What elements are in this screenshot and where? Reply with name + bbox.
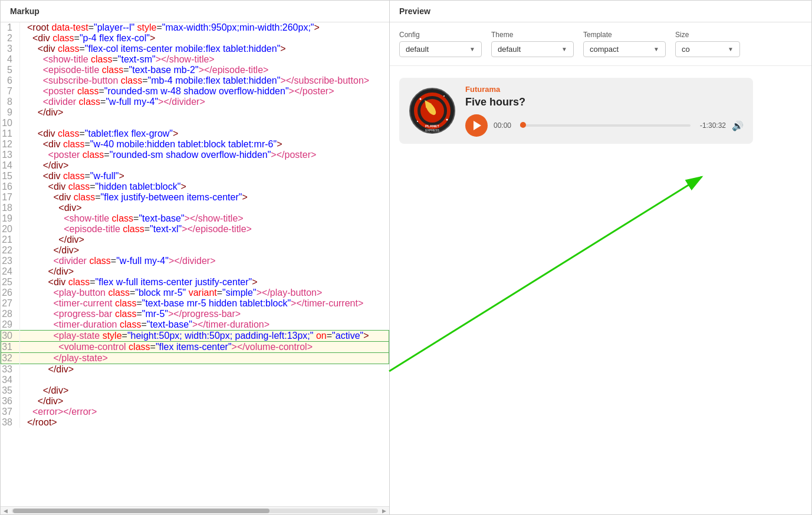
line-number-34: 34 — [1, 375, 20, 385]
size-chevron-icon: ▼ — [728, 46, 734, 52]
config-group-config: Config default ▼ — [399, 31, 482, 57]
player-widget: PLANET EXPRESS Futurama Five hours? 00:0… — [399, 78, 753, 144]
line-number-35: 35 — [1, 385, 20, 396]
config-select-value: default — [406, 45, 429, 54]
line-content-22: </div> — [20, 245, 389, 256]
player-poster: PLANET EXPRESS — [409, 87, 456, 134]
config-group-template: Template compact ▼ — [583, 31, 666, 57]
line-number-30: 30 — [1, 331, 20, 342]
code-line-9: 9 </div> — [1, 107, 389, 118]
code-line-11: 11 <div class="tablet:flex flex-grow"> — [1, 128, 389, 139]
line-content-25: <div class="flex w-full items-center jus… — [20, 277, 389, 288]
size-label: Size — [675, 31, 740, 39]
line-content-26: <play-button class="block mr-5" variant=… — [20, 288, 389, 298]
code-line-5: 5 <episode-title class="text-base mb-2">… — [1, 65, 389, 75]
code-line-10: 10 — [1, 118, 389, 128]
line-number-33: 33 — [1, 364, 20, 375]
line-content-35: </div> — [20, 385, 389, 396]
line-content-4: <show-title class="text-sm"></show-title… — [20, 54, 389, 65]
scroll-right-btn[interactable]: ▶ — [380, 507, 388, 514]
line-number-4: 4 — [1, 54, 20, 65]
line-number-17: 17 — [1, 192, 20, 203]
scroll-thumb[interactable] — [13, 509, 269, 513]
config-row: Config default ▼ Theme default ▼ Templat… — [390, 22, 811, 66]
code-line-18: 18 <div> — [1, 203, 389, 213]
markup-body: 1<root data-test="player--l" style="max-… — [1, 22, 389, 506]
preview-header: Preview — [390, 1, 811, 22]
progress-dot — [520, 122, 526, 128]
code-line-22: 22 </div> — [1, 245, 389, 256]
line-number-10: 10 — [1, 118, 20, 128]
player-controls: 00:00 -1:30:32 🔊 — [465, 114, 744, 137]
time-current: 00:00 — [494, 121, 514, 130]
line-number-18: 18 — [1, 203, 20, 213]
horizontal-scrollbar[interactable]: ◀ ▶ — [1, 506, 389, 514]
scroll-track — [12, 509, 378, 513]
line-content-2: <div class="p-4 flex flex-col"> — [20, 33, 389, 44]
line-content-1: <root data-test="player--l" style="max-w… — [20, 22, 389, 33]
code-line-26: 26 <play-button class="block mr-5" varia… — [1, 288, 389, 298]
volume-icon[interactable]: 🔊 — [732, 120, 744, 131]
time-remaining: -1:30:32 — [696, 121, 726, 130]
template-select-value: compact — [590, 45, 619, 54]
theme-select[interactable]: default ▼ — [491, 41, 574, 57]
line-content-20: <episode-title class="text-xl"></episode… — [20, 224, 389, 235]
line-number-38: 38 — [1, 417, 20, 428]
line-number-26: 26 — [1, 288, 20, 298]
line-content-19: <show-title class="text-base"></show-tit… — [20, 213, 389, 224]
line-content-5: <episode-title class="text-base mb-2"></… — [20, 65, 389, 75]
line-number-3: 3 — [1, 44, 20, 54]
line-number-13: 13 — [1, 150, 20, 160]
line-number-27: 27 — [1, 298, 20, 309]
code-line-35: 35 </div> — [1, 385, 389, 396]
line-number-21: 21 — [1, 235, 20, 245]
episode-title: Five hours? — [465, 96, 744, 108]
line-content-24: </div> — [20, 266, 389, 277]
code-line-24: 24 </div> — [1, 266, 389, 277]
line-content-30: <play-state style="height:50px; width:50… — [20, 331, 389, 342]
line-content-11: <div class="tablet:flex flex-grow"> — [20, 128, 389, 139]
line-number-11: 11 — [1, 128, 20, 139]
config-group-theme: Theme default ▼ — [491, 31, 574, 57]
line-number-28: 28 — [1, 309, 20, 319]
template-select[interactable]: compact ▼ — [583, 41, 666, 57]
code-line-15: 15 <div class="w-full"> — [1, 171, 389, 181]
line-number-36: 36 — [1, 396, 20, 407]
code-line-16: 16 <div class="hidden tablet:block"> — [1, 181, 389, 192]
line-number-12: 12 — [1, 139, 20, 150]
line-number-31: 31 — [1, 342, 20, 353]
config-label: Config — [399, 31, 482, 39]
scroll-left-btn[interactable]: ◀ — [2, 507, 9, 514]
play-button[interactable] — [465, 114, 488, 137]
code-line-8: 8 <divider class="w-full my-4"></divider… — [1, 97, 389, 107]
line-content-27: <timer-current class="text-base mr-5 hid… — [20, 298, 389, 309]
code-line-19: 19 <show-title class="text-base"></show-… — [1, 213, 389, 224]
code-scroll-area[interactable]: 1<root data-test="player--l" style="max-… — [1, 22, 389, 506]
template-chevron-icon: ▼ — [653, 46, 659, 52]
config-select-config[interactable]: default ▼ — [399, 41, 482, 57]
progress-bar[interactable] — [520, 124, 691, 127]
size-select[interactable]: co ▼ — [675, 41, 740, 57]
line-number-15: 15 — [1, 171, 20, 181]
play-icon — [474, 121, 481, 130]
line-content-17: <div class="flex justify-between items-c… — [20, 192, 389, 203]
code-line-28: 28 <progress-bar class="mr-5"></progress… — [1, 309, 389, 319]
theme-select-value: default — [498, 45, 521, 54]
code-line-20: 20 <episode-title class="text-xl"></epis… — [1, 224, 389, 235]
code-line-36: 36 </div> — [1, 396, 389, 407]
line-number-9: 9 — [1, 107, 20, 118]
code-line-23: 23 <divider class="w-full my-4"></divide… — [1, 256, 389, 266]
line-content-21: </div> — [20, 235, 389, 245]
template-label: Template — [583, 31, 666, 39]
show-title: Futurama — [465, 85, 744, 94]
line-number-24: 24 — [1, 266, 20, 277]
code-line-34: 34 — [1, 375, 389, 385]
line-content-33: </div> — [20, 364, 389, 375]
line-number-7: 7 — [1, 86, 20, 97]
line-content-3: <div class="flex-col items-center mobile… — [20, 44, 389, 54]
line-content-12: <div class="w-40 mobile:hidden tablet:bl… — [20, 139, 389, 150]
code-line-31: 31 <volume-control class="flex items-cen… — [1, 342, 389, 353]
line-content-31: <volume-control class="flex items-center… — [20, 342, 389, 353]
config-group-size: Size co ▼ — [675, 31, 740, 57]
line-content-38: </root> — [20, 417, 389, 428]
